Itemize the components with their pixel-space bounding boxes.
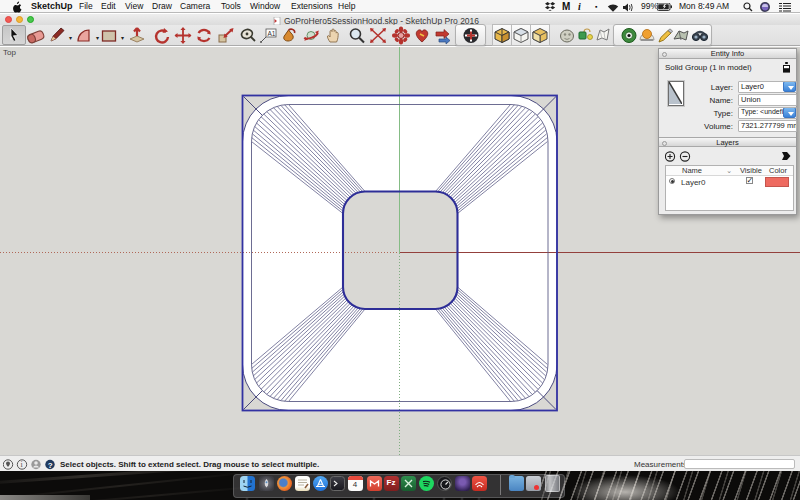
svg-text:i: i	[21, 460, 24, 469]
svg-text:?: ?	[48, 461, 53, 470]
svg-text:A1: A1	[268, 30, 276, 37]
